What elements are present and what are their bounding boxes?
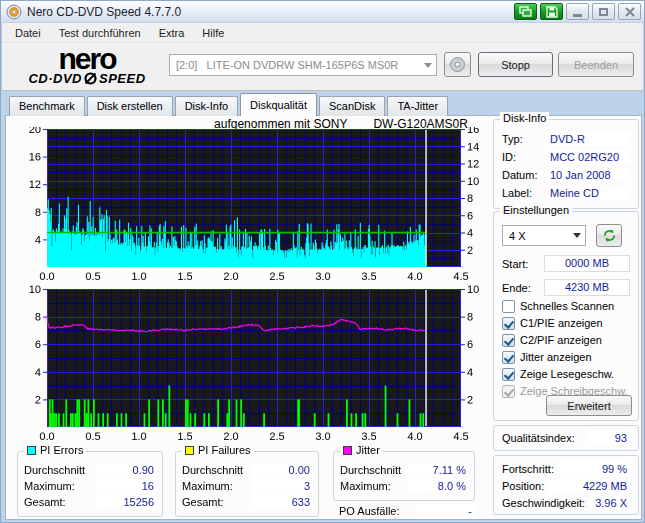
capture-icon [519,6,532,17]
pi-failures-swatch-icon [185,446,194,455]
disk-info-legend: Disk-Info [500,112,549,124]
tab-disk-erstellen[interactable]: Disk erstellen [87,96,173,116]
tab-diskqualitaet[interactable]: Diskqualität [240,93,317,116]
nero-logo-text: nero [13,46,161,71]
progress-value: 99 % [558,462,630,476]
tab-disk-info[interactable]: Disk-Info [175,96,238,116]
quality-index-value: 93 [590,431,630,445]
start-label: Start: [502,258,544,270]
disk-info-label: ID: [502,151,546,163]
disk-label-value: Meine CD [546,186,630,200]
stat-value: 7.11 % [407,463,469,477]
position-label: Position: [502,480,544,492]
settings-legend: Einstellungen [500,204,572,216]
menubar: Datei Test durchführen Extra Hilfe [2,23,643,43]
save-button[interactable] [540,3,563,20]
close-button[interactable] [618,3,641,20]
checkbox-schnelles-scannen[interactable]: Schnelles Scannen [502,298,614,314]
checkbox-icon [502,368,515,381]
disk-info-panel: Disk-Info Typ:DVD-R ID:MCC 02RG20 Datum:… [493,119,639,209]
pi-failures-jitter-chart [13,285,489,445]
capture-button[interactable] [514,3,537,20]
po-failures-value: - [415,504,475,518]
disk-id-value: MCC 02RG20 [546,150,630,164]
stat-value: 8.0 % [407,479,469,493]
refresh-button[interactable] [596,224,622,247]
stop-button[interactable]: Stopp [478,52,553,77]
stat-value: 0.90 [95,463,157,477]
titlebar-buttons [511,3,641,20]
chevron-down-icon [568,226,585,245]
stat-value: 15256 [95,495,157,509]
checkbox-c2-pif-anzeigen[interactable]: C2/PIF anzeigen [502,332,602,348]
quality-index-label: Qualitätsindex: [502,432,590,444]
jitter-legend: Jitter [340,444,383,456]
menu-item-extra[interactable]: Extra [150,24,194,42]
checkbox-jitter-anzeigen[interactable]: Jitter anzeigen [502,349,592,365]
quality-index-panel: Qualitätsindex: 93 [493,425,639,451]
chevron-down-icon [419,55,436,75]
stat-label: Maximum: [340,480,407,492]
menu-item-datei[interactable]: Datei [6,24,50,42]
stat-value: 16 [95,479,157,493]
start-row: Start: 0000 MB [494,255,638,272]
checkbox-icon [502,317,515,330]
minimize-button[interactable] [566,3,589,20]
stat-value: 0.00 [251,463,313,477]
tab-scandisk[interactable]: ScanDisk [319,96,385,116]
jitter-panel: Jitter Durchschnitt7.11 % Maximum:8.0 % [333,451,475,501]
eject-disc-button[interactable] [444,52,471,77]
disc-logo-icon [84,72,97,85]
pi-errors-panel: PI Errors Durchschnitt0.90 Maximum:16 Ge… [17,451,163,517]
disk-type-value: DVD-R [546,132,630,146]
tab-benchmark[interactable]: Benchmark [9,96,85,116]
floppy-icon [546,6,558,18]
speed-select-value: 4 X [503,230,568,242]
stat-label: Gesamt: [24,496,95,508]
position-value: 4229 MB [548,479,630,493]
cd-dvd-speed-logo-text: CD·DVD SPEED [13,71,161,86]
minimize-icon [573,14,582,17]
end-row: Ende: 4230 MB [494,279,638,296]
stat-label: Maximum: [24,480,95,492]
stat-label: Durchschnitt [340,464,407,476]
pi-failures-legend: PI Failures [182,444,254,456]
speed-label: Geschwindigkeit: [502,497,585,509]
progress-panel: Fortschritt:99 % Position:4229 MB Geschw… [493,455,639,515]
tabstrip: Benchmark Disk erstellen Disk-Info Diskq… [9,93,450,116]
speed-value: 3.96 X [589,496,630,510]
checkbox-icon [502,385,515,398]
pi-errors-chart [13,127,489,284]
progress-label: Fortschritt: [502,463,554,475]
menu-item-hilfe[interactable]: Hilfe [193,24,233,42]
drive-select[interactable]: [2:0] LITE-ON DVDRW SHM-165P6S MS0R [169,54,437,76]
checkbox-zeige-lesegeschw[interactable]: Zeige Lesegeschw. [502,366,614,382]
titlebar: Nero CD-DVD Speed 4.7.7.0 [1,1,645,23]
jitter-swatch-icon [343,446,352,455]
app-icon[interactable] [6,4,22,20]
tab-ta-jitter[interactable]: TA-Jitter [387,96,448,116]
stat-label: Gesamt: [182,496,251,508]
disk-info-label: Datum: [502,169,546,181]
quit-button[interactable]: Beenden [558,52,634,77]
disk-info-label: Label: [502,187,546,199]
refresh-icon [602,228,617,243]
stat-label: Durchschnitt [182,464,251,476]
advanced-button[interactable]: Erweitert [546,395,632,416]
speed-select[interactable]: 4 X [502,225,586,246]
maximize-button[interactable] [592,3,615,20]
checkbox-icon [502,334,515,347]
stat-value: 633 [251,495,313,509]
drive-select-value: [2:0] LITE-ON DVDRW SHM-165P6S MS0R [170,59,419,71]
close-icon [625,7,635,17]
maximize-icon [599,8,608,16]
stat-label: Maximum: [182,480,251,492]
end-input[interactable]: 4230 MB [544,279,630,296]
nero-logo: nero CD·DVD SPEED [13,46,161,86]
end-label: Ende: [502,282,544,294]
start-input[interactable]: 0000 MB [544,255,630,272]
checkbox-c1-pie-anzeigen[interactable]: C1/PIE anzeigen [502,315,603,331]
window-title: Nero CD-DVD Speed 4.7.7.0 [27,5,181,19]
disk-date-value: 10 Jan 2008 [546,168,630,182]
menu-item-test-durchfuehren[interactable]: Test durchführen [50,24,150,42]
